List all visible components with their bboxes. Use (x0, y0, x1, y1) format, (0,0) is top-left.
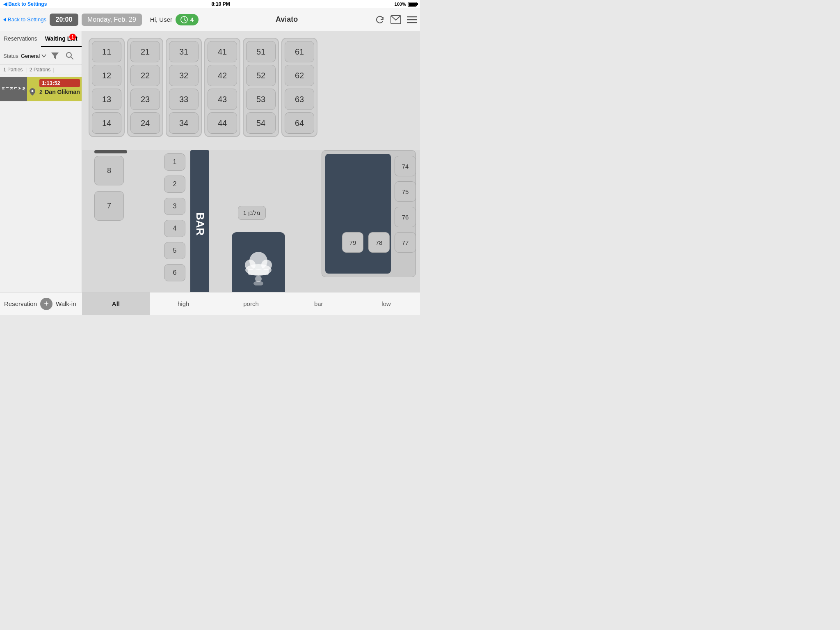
table-64[interactable]: 64 (285, 112, 314, 134)
pin-icon (27, 77, 38, 101)
walkin-button[interactable]: Walk-in (56, 300, 76, 307)
table-74[interactable]: 74 (395, 156, 416, 176)
bottom-left-actions: Reservation + Walk-in (0, 298, 82, 310)
table-3[interactable]: 3 (164, 198, 185, 215)
svg-line-9 (71, 57, 73, 59)
table-78[interactable]: 78 (368, 232, 390, 253)
svg-point-15 (261, 260, 272, 270)
patron-count: 2 (39, 89, 42, 95)
floor-tabs: All high porch bar low (82, 292, 420, 315)
table-42[interactable]: 42 (208, 65, 237, 86)
table-22[interactable]: 22 (130, 65, 160, 86)
mlb1-table[interactable]: מלבן 1 (238, 206, 266, 220)
tables-top-section: 11 12 13 14 21 22 23 24 31 32 33 34 41 4… (82, 31, 420, 141)
table-12[interactable]: 12 (92, 65, 121, 86)
entry-timer: 1:13:52 (39, 79, 80, 87)
table-11[interactable]: 11 (92, 41, 121, 62)
mail-button[interactable] (390, 15, 401, 24)
status-bar: ◀ Back to Settings 8:10 PM 100% (0, 0, 420, 8)
floor-tab-high[interactable]: high (150, 292, 217, 315)
svg-marker-7 (51, 52, 59, 59)
tab-waiting-list[interactable]: Waiting List 1 (41, 31, 82, 47)
bottom-bar: Reservation + Walk-in All high porch bar… (0, 292, 420, 315)
table-13[interactable]: 13 (92, 89, 121, 110)
table-75[interactable]: 75 (395, 181, 416, 202)
svg-point-17 (253, 281, 263, 285)
table-2[interactable]: 2 (164, 176, 185, 193)
table-group-5: 51 52 53 54 (243, 38, 279, 137)
bar-element: BAR (190, 150, 209, 292)
table-76[interactable]: 76 (395, 207, 416, 227)
refresh-button[interactable] (375, 15, 385, 25)
chevron-down-icon (41, 54, 46, 57)
floor-tab-low[interactable]: low (352, 292, 420, 315)
floor-tab-porch[interactable]: porch (217, 292, 285, 315)
battery-percent: 100% (395, 2, 406, 7)
menu-button[interactable] (407, 16, 417, 23)
table-62[interactable]: 62 (285, 65, 314, 86)
table-32[interactable]: 32 (169, 65, 199, 86)
floor-tab-bar[interactable]: bar (285, 292, 352, 315)
tabs-row: Reservations Waiting List 1 (0, 31, 82, 47)
svg-point-14 (245, 260, 256, 270)
filter-button[interactable] (49, 50, 61, 62)
battery-icon (408, 2, 417, 7)
parties-info: 1 Parties | 2 Patrons | (0, 65, 82, 75)
table-6[interactable]: 6 (164, 264, 185, 281)
entry-details: 1:13:52 2 Dan Glikman (38, 77, 82, 101)
tab-reservations[interactable]: Reservations (0, 31, 41, 47)
waiting-list-badge: 1 (69, 34, 76, 40)
table-31[interactable]: 31 (169, 41, 199, 62)
table-43[interactable]: 43 (208, 89, 237, 110)
table-23[interactable]: 23 (130, 89, 160, 110)
table-53[interactable]: 53 (246, 89, 276, 110)
table-79[interactable]: 79 (342, 232, 363, 253)
table-52[interactable]: 52 (246, 65, 276, 86)
search-button[interactable] (64, 50, 76, 62)
back-button[interactable]: Back to Settings (3, 16, 46, 23)
status-select[interactable]: General (21, 53, 46, 59)
table-41[interactable]: 41 (208, 41, 237, 62)
left-panel: Reservations Waiting List 1 Status Gener… (0, 31, 82, 292)
table-14[interactable]: 14 (92, 112, 121, 134)
table-group-2: 21 22 23 24 (127, 38, 163, 137)
table-61[interactable]: 61 (285, 41, 314, 62)
table-group-3: 31 32 33 34 (166, 38, 202, 137)
table-54[interactable]: 54 (246, 112, 276, 134)
filter-row: Status General (0, 47, 82, 65)
battery-info: 100% (395, 2, 417, 7)
header: Back to Settings 20:00 Monday, Feb. 29 H… (0, 8, 420, 31)
table-group-6: 61 62 63 64 (281, 38, 317, 137)
table-44[interactable]: 44 (208, 112, 237, 134)
main-floor-area: 11 12 13 14 21 22 23 24 31 32 33 34 41 4… (82, 31, 420, 292)
add-reservation-button[interactable]: + (40, 298, 52, 310)
status-back-label: ◀ Back to Settings (3, 1, 47, 7)
clock-icon (180, 16, 188, 23)
timer-count: 4 (190, 16, 194, 23)
restaurant-name: Aviato (202, 15, 372, 24)
table-51[interactable]: 51 (246, 41, 276, 62)
table-7[interactable]: 7 (94, 191, 124, 221)
date-button[interactable]: Monday, Feb. 29 (82, 14, 142, 26)
time-button[interactable]: 20:00 (50, 14, 78, 26)
table-group-1: 11 12 13 14 (89, 38, 125, 137)
table-33[interactable]: 33 (169, 89, 199, 110)
separator-bar (94, 150, 127, 153)
table-63[interactable]: 63 (285, 89, 314, 110)
table-4[interactable]: 4 (164, 220, 185, 237)
table-21[interactable]: 21 (130, 41, 160, 62)
table-24[interactable]: 24 (130, 112, 160, 134)
greeting-text: Hi, User (145, 16, 172, 23)
waiting-entry[interactable]: WALKIN 1:13:52 2 Dan Glikman (0, 77, 82, 101)
timer-badge[interactable]: 4 (176, 14, 199, 25)
table-77[interactable]: 77 (395, 232, 416, 253)
table-5[interactable]: 5 (164, 242, 185, 259)
table-8[interactable]: 8 (94, 156, 124, 185)
back-chevron-icon (3, 18, 6, 22)
status-time: 8:10 PM (47, 1, 395, 7)
table-1[interactable]: 1 (164, 153, 185, 171)
svg-point-10 (32, 90, 34, 92)
table-34[interactable]: 34 (169, 112, 199, 134)
floor-tab-all[interactable]: All (82, 292, 150, 315)
reservation-button[interactable]: Reservation (4, 300, 37, 307)
